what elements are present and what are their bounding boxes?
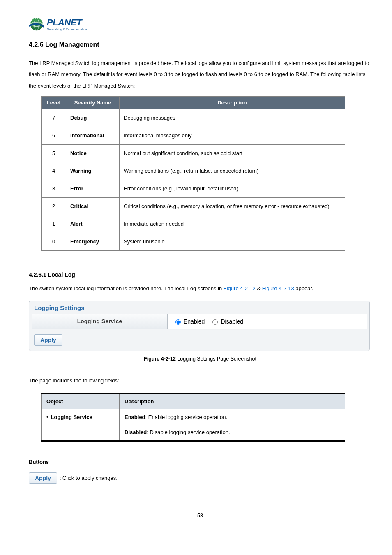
cell-name: Error — [66, 180, 120, 198]
cell-desc: Critical conditions (e.g., memory alloca… — [120, 198, 345, 215]
cell-desc: Error conditions (e.g., invalid input, d… — [120, 180, 345, 198]
panel-row-value: Enabled Disabled — [168, 314, 367, 329]
radio-enabled[interactable] — [175, 319, 181, 325]
figure-caption: Figure 4-2-12 Logging Settings Page Scre… — [29, 356, 371, 362]
cell-name: Informational — [66, 127, 120, 145]
intro-amp: & — [256, 285, 262, 291]
table-row: 0 Emergency System unusable — [42, 233, 345, 251]
radio-enabled-label: Enabled — [184, 318, 205, 325]
radio-disabled[interactable] — [212, 319, 218, 325]
table-row: 6 Informational Informational messages o… — [42, 127, 345, 145]
th-level: Level — [42, 96, 66, 109]
table-header-row: Object Description — [42, 393, 345, 409]
disabled-bold: Disabled — [125, 429, 147, 435]
table-row: 5 Notice Normal but significant conditio… — [42, 145, 345, 162]
table-row: 4 Warning Warning conditions (e.g., retu… — [42, 162, 345, 180]
globe-icon — [29, 16, 44, 32]
cell-desc: Immediate action needed — [120, 215, 345, 233]
panel-title: Logging Settings — [32, 303, 367, 314]
apply-button-desc: : Click to apply changes. — [60, 475, 118, 481]
subsection-heading: 4.2.6.1 Local Log — [29, 271, 371, 278]
cell-level: 1 — [42, 215, 66, 233]
th-object: Object — [42, 393, 120, 409]
th-desc: Description — [120, 96, 345, 109]
cell-desc: Informational messages only — [120, 127, 345, 145]
section-intro: The LRP Managed Switch log management is… — [29, 58, 371, 91]
cell-name: Critical — [66, 198, 120, 215]
enabled-rest: : Enable logging service operation. — [145, 414, 227, 420]
cell-name: Emergency — [66, 233, 120, 251]
table-row: 1 Alert Immediate action needed — [42, 215, 345, 233]
subsection-intro: The switch system local log information … — [29, 284, 371, 293]
cell-level: 5 — [42, 145, 66, 162]
cell-object: •Logging Service — [42, 409, 120, 441]
table-row: 7 Debug Debugging messages — [42, 109, 345, 127]
cell-name: Debug — [66, 109, 120, 127]
figure-caption-rest: Logging Settings Page Screenshot — [176, 356, 256, 362]
cell-desc: System unusable — [120, 233, 345, 251]
intro-post: appear. — [294, 285, 314, 291]
cell-name: Alert — [66, 215, 120, 233]
cell-level: 0 — [42, 233, 66, 251]
apply-button[interactable]: Apply — [34, 334, 62, 346]
page-number: 58 — [29, 513, 371, 518]
cell-level: 7 — [42, 109, 66, 127]
buttons-heading: Buttons — [29, 459, 371, 465]
cell-name: Warning — [66, 162, 120, 180]
cell-desc: Debugging messages — [120, 109, 345, 127]
radio-disabled-label: Disabled — [221, 318, 243, 325]
panel-row-logging-service: Logging Service Enabled Disabled — [32, 314, 367, 329]
logo-word: PLANET — [47, 18, 87, 27]
table-header-row: Level Severity Name Description — [42, 96, 345, 109]
cell-desc-enabled: Enabled: Enable logging service operatio… — [120, 409, 345, 425]
buttons-apply-row: Apply : Click to apply changes. — [29, 472, 371, 484]
table-row: 2 Critical Critical conditions (e.g., me… — [42, 198, 345, 215]
table-row: 3 Error Error conditions (e.g., invalid … — [42, 180, 345, 198]
th-desc: Description — [120, 393, 345, 409]
cell-level: 6 — [42, 127, 66, 145]
section-heading: 4.2.6 Log Management — [29, 41, 371, 49]
enabled-bold: Enabled — [125, 414, 145, 420]
logging-settings-panel: Logging Settings Logging Service Enabled… — [29, 301, 370, 351]
figure-caption-bold: Figure 4-2-12 — [144, 356, 176, 362]
severity-table: Level Severity Name Description 7 Debug … — [41, 96, 345, 251]
cell-object-text: Logging Service — [51, 414, 92, 420]
disabled-rest: : Disable logging service operation. — [147, 429, 230, 435]
figure-link-1[interactable]: Figure 4-2-12 — [224, 285, 256, 291]
th-name: Severity Name — [66, 96, 120, 109]
cell-level: 2 — [42, 198, 66, 215]
table-row: •Logging Service Enabled: Enable logging… — [42, 409, 345, 425]
apply-button-inline[interactable]: Apply — [29, 472, 57, 484]
cell-desc: Normal but significant condition, such a… — [120, 145, 345, 162]
cell-desc-disabled: Disabled: Disable logging service operat… — [120, 425, 345, 441]
logo-tagline: Networking & Communication — [47, 28, 87, 31]
intro-pre: The switch system local log information … — [29, 285, 224, 291]
figure-link-2[interactable]: Figure 4-2-13 — [262, 285, 294, 291]
cell-name: Notice — [66, 145, 120, 162]
bullet-icon: • — [46, 414, 48, 420]
cell-level: 4 — [42, 162, 66, 180]
cell-level: 3 — [42, 180, 66, 198]
fields-intro: The page includes the following fields: — [29, 377, 371, 385]
object-description-table: Object Description •Logging Service Enab… — [41, 393, 345, 442]
panel-row-label: Logging Service — [32, 314, 168, 329]
cell-desc: Warning conditions (e.g., return false, … — [120, 162, 345, 180]
brand-logo: PLANET Networking & Communication — [29, 16, 371, 32]
